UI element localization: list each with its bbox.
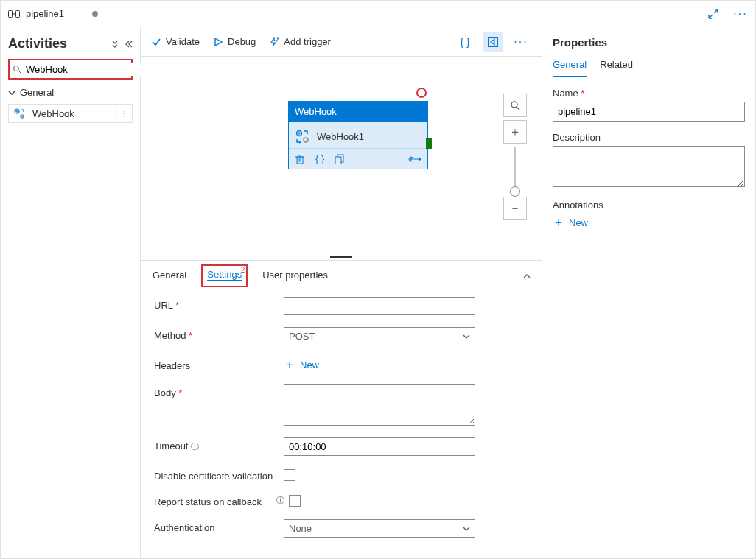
annotation-new-label: New bbox=[569, 217, 588, 228]
pipeline-canvas[interactable]: WebHook WebHook1 { } bbox=[141, 57, 542, 253]
disable-cert-label: Disable certificate validation bbox=[154, 468, 284, 482]
svg-point-18 bbox=[304, 138, 308, 142]
report-status-checkbox[interactable] bbox=[289, 495, 301, 507]
check-icon bbox=[151, 37, 161, 47]
properties-toggle-button[interactable] bbox=[483, 32, 503, 52]
headers-label: Headers bbox=[154, 357, 284, 371]
pipeline-icon bbox=[8, 9, 20, 19]
zoom-in-button[interactable]: ＋ bbox=[503, 120, 527, 144]
collapse-sections-icon[interactable] bbox=[111, 40, 119, 49]
auth-value: None bbox=[289, 523, 312, 534]
collapse-panel-icon[interactable] bbox=[124, 40, 133, 49]
section-general[interactable]: General bbox=[8, 87, 133, 98]
canvas-toolbar: Validate Debug Add trigger { } bbox=[141, 27, 542, 57]
props-desc-label: Description bbox=[553, 132, 745, 143]
auth-label: Authentication bbox=[154, 519, 284, 533]
pipeline-tab[interactable]: pipeline1 bbox=[1, 8, 141, 19]
webhook-node-icon bbox=[295, 129, 311, 144]
node-output-connector[interactable] bbox=[426, 138, 432, 149]
timeout-label: Timeoutⓘ bbox=[154, 437, 284, 452]
disable-cert-checkbox[interactable] bbox=[284, 469, 295, 481]
node-copy-button[interactable] bbox=[335, 154, 345, 164]
zoom-slider[interactable] bbox=[514, 147, 516, 194]
braces-icon: { } bbox=[460, 36, 469, 48]
title-bar: pipeline1 ··· bbox=[1, 1, 755, 27]
zoom-fit-button[interactable] bbox=[503, 94, 527, 117]
props-tab-general[interactable]: General bbox=[553, 59, 587, 77]
properties-title: Properties bbox=[553, 36, 745, 49]
activities-title: Activities bbox=[8, 36, 67, 52]
info-icon[interactable]: ⓘ bbox=[276, 495, 284, 506]
activity-search-input[interactable] bbox=[24, 63, 151, 76]
method-value: POST bbox=[289, 331, 315, 342]
node-type-label: WebHook bbox=[289, 102, 427, 122]
svg-line-4 bbox=[18, 71, 21, 73]
info-icon[interactable]: ⓘ bbox=[191, 442, 199, 451]
webhook-node[interactable]: WebHook WebHook1 { } bbox=[288, 101, 428, 169]
activity-webhook[interactable]: WebHook ⋮⋮ bbox=[8, 104, 133, 123]
toolbar-more-button[interactable]: ··· bbox=[511, 32, 531, 52]
chevron-down-icon bbox=[463, 333, 470, 340]
node-code-button[interactable]: { } bbox=[315, 153, 324, 164]
svg-line-32 bbox=[517, 107, 519, 110]
svg-rect-25 bbox=[335, 157, 341, 164]
zoom-out-button[interactable]: － bbox=[503, 197, 527, 220]
add-trigger-label: Add trigger bbox=[284, 36, 331, 47]
expand-icon[interactable] bbox=[708, 9, 726, 19]
validation-error-marker-icon bbox=[416, 88, 427, 98]
tab-user-properties[interactable]: User properties bbox=[261, 264, 329, 288]
svg-rect-11 bbox=[489, 37, 498, 46]
zoom-controls: ＋ － bbox=[503, 94, 527, 220]
activity-search[interactable] bbox=[8, 59, 133, 80]
node-next-button[interactable] bbox=[408, 155, 421, 164]
node-delete-button[interactable] bbox=[295, 154, 305, 164]
chevron-down-icon bbox=[8, 89, 15, 96]
auth-select[interactable]: None bbox=[284, 519, 475, 538]
headers-new-button[interactable]: ＋ New bbox=[284, 357, 319, 373]
webhook-activity-icon bbox=[13, 108, 27, 119]
section-general-label: General bbox=[20, 87, 54, 98]
svg-rect-19 bbox=[297, 157, 303, 164]
url-label: URL bbox=[154, 297, 284, 311]
pipeline-tab-title: pipeline1 bbox=[26, 8, 64, 19]
body-input[interactable] bbox=[284, 384, 475, 426]
add-trigger-button[interactable]: Add trigger bbox=[269, 36, 331, 47]
svg-rect-0 bbox=[9, 10, 13, 17]
url-input[interactable] bbox=[284, 297, 475, 315]
method-select[interactable]: POST bbox=[284, 327, 475, 345]
report-status-label: Report status on callback bbox=[154, 493, 284, 507]
properties-panel: Properties General Related Name Descript… bbox=[542, 27, 755, 558]
method-label: Method bbox=[154, 327, 284, 341]
activities-panel: Activities bbox=[1, 27, 141, 558]
properties-panel-icon bbox=[487, 36, 499, 48]
debug-button[interactable]: Debug bbox=[213, 36, 256, 47]
props-name-label: Name bbox=[553, 88, 745, 99]
more-icon[interactable]: ··· bbox=[732, 7, 749, 21]
json-view-button[interactable]: { } bbox=[455, 32, 475, 52]
body-label: Body bbox=[154, 384, 284, 398]
props-desc-input[interactable] bbox=[553, 146, 745, 187]
tab-settings[interactable]: Settings bbox=[207, 269, 242, 281]
svg-point-3 bbox=[14, 66, 19, 71]
plus-icon: ＋ bbox=[284, 357, 295, 373]
activity-config-panel: General Settings 2 User properties URL bbox=[141, 260, 542, 558]
search-icon bbox=[13, 65, 21, 74]
props-annot-label: Annotations bbox=[553, 200, 745, 211]
validate-button[interactable]: Validate bbox=[151, 36, 200, 47]
collapse-config-panel-button[interactable] bbox=[522, 272, 531, 281]
svg-marker-16 bbox=[306, 133, 309, 134]
debug-label: Debug bbox=[228, 36, 256, 47]
play-icon bbox=[213, 37, 223, 47]
props-name-input[interactable] bbox=[553, 102, 745, 122]
annotation-new-button[interactable]: ＋ New bbox=[553, 215, 745, 231]
trigger-icon bbox=[269, 37, 279, 47]
props-tab-related[interactable]: Related bbox=[600, 59, 633, 77]
plus-icon: ＋ bbox=[553, 215, 564, 231]
timeout-input[interactable] bbox=[284, 437, 475, 456]
svg-marker-17 bbox=[299, 141, 301, 144]
tab-general[interactable]: General bbox=[151, 264, 188, 288]
panel-resize-handle[interactable] bbox=[141, 253, 542, 260]
zoom-slider-thumb[interactable] bbox=[510, 186, 520, 197]
activity-webhook-label: WebHook bbox=[32, 108, 74, 119]
unsaved-indicator-icon bbox=[92, 11, 98, 17]
